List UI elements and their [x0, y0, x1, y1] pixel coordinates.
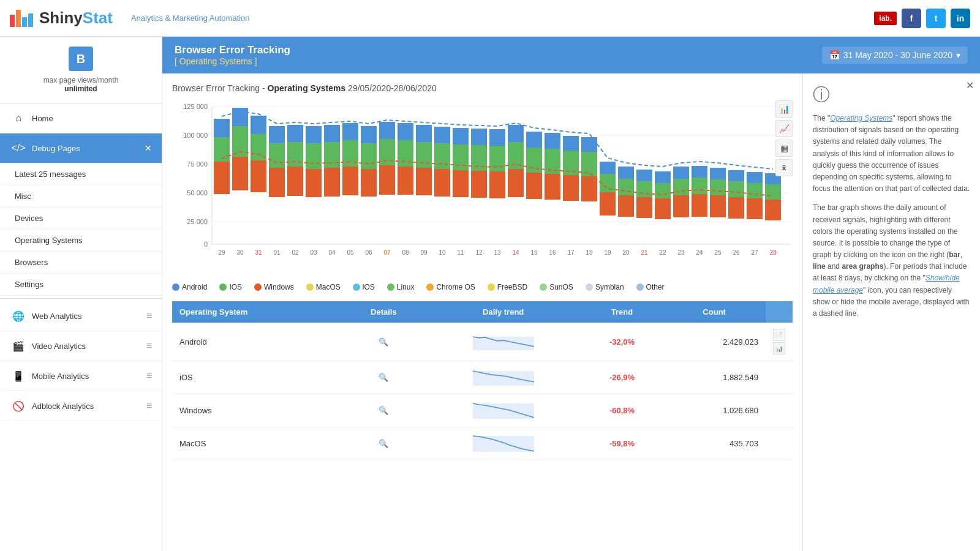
data-table: Operating System Details Daily trend Tre…	[172, 301, 793, 460]
svg-text:12: 12	[475, 249, 483, 256]
svg-text:06: 06	[365, 249, 372, 256]
toggle-avg-button[interactable]: x̄	[775, 159, 793, 176]
svg-text:05: 05	[347, 249, 354, 256]
svg-rect-16	[232, 157, 248, 190]
close-button[interactable]: ✕	[966, 80, 974, 91]
svg-text:22: 22	[659, 249, 666, 256]
legend-dot-freebsd	[488, 283, 495, 291]
adblock-analytics-menu-icon[interactable]: ≡	[146, 400, 152, 411]
svg-rect-81	[618, 167, 634, 179]
details-windows[interactable]: 🔍	[342, 394, 426, 427]
os-name-android: Android	[172, 323, 342, 361]
sidebar-item-browsers[interactable]: Browsers	[0, 252, 162, 274]
details-android[interactable]: 🔍	[342, 323, 426, 361]
legend-dot-symbian	[586, 283, 593, 291]
legend-windows: Windows	[254, 283, 294, 291]
close-icon[interactable]: ✕	[145, 143, 152, 153]
logo-bar-4	[28, 13, 33, 27]
twitter-button[interactable]: t	[926, 9, 946, 28]
info-bold-area: area graphs	[842, 262, 883, 271]
sidebar-item-latest[interactable]: Latest 25 messages	[0, 163, 162, 186]
facebook-button[interactable]: f	[902, 9, 921, 28]
sidebar-item-mobile-analytics[interactable]: 📱 Mobile Analytics ≡	[0, 361, 162, 391]
sidebar-item-home[interactable]: ⌂ Home	[0, 103, 162, 133]
legend-dot-sunos	[540, 283, 547, 291]
export-windows[interactable]	[766, 394, 793, 427]
svg-rect-66	[526, 132, 542, 148]
sidebar-item-debug[interactable]: </> Debug Pages ✕	[0, 133, 162, 163]
svg-rect-78	[600, 162, 616, 174]
sidebar-item-web-analytics[interactable]: 🌐 Web Analytics ≡	[0, 301, 162, 331]
legend-ios: IOS	[219, 283, 242, 291]
col-header-export	[766, 301, 793, 323]
sidebar-item-settings[interactable]: Settings	[0, 274, 162, 296]
svg-rect-99	[728, 170, 744, 181]
content-body: Browser Error Tracking - Operating Syste…	[162, 73, 980, 551]
info-icon: ⓘ	[813, 83, 970, 107]
svg-rect-57	[471, 129, 487, 145]
svg-rect-101	[747, 183, 763, 198]
svg-text:50 000: 50 000	[187, 189, 208, 197]
svg-rect-33	[324, 125, 340, 142]
legend-label-other: Other	[646, 283, 665, 291]
line-chart-button[interactable]: 📈	[775, 120, 793, 137]
svg-rect-64	[526, 173, 542, 199]
svg-rect-25	[287, 167, 303, 196]
logo-area: ShinyStat Analytics & Marketing Automati…	[10, 9, 250, 28]
details-ios[interactable]: 🔍	[342, 361, 426, 394]
mini-chart-macos	[426, 427, 581, 460]
export-android[interactable]: 📄 📊	[766, 323, 793, 361]
legend-dot-linux	[387, 283, 394, 291]
mobile-analytics-menu-icon[interactable]: ≡	[146, 370, 152, 381]
legend-dot-macos	[306, 283, 314, 291]
web-analytics-menu-icon[interactable]: ≡	[146, 310, 152, 321]
sidebar-item-operating-systems[interactable]: Operating Systems	[0, 230, 162, 252]
svg-rect-100	[747, 198, 763, 219]
legend-label-linux: Linux	[397, 283, 415, 291]
svg-rect-102	[747, 172, 763, 183]
sidebar-item-adblock-analytics[interactable]: 🚫 Adblock Analytics ≡	[0, 391, 162, 421]
svg-text:30: 30	[236, 249, 244, 256]
svg-rect-47	[416, 142, 432, 168]
sidebar-item-misc[interactable]: Misc	[0, 186, 162, 208]
export-xls-icon[interactable]: 📊	[773, 342, 785, 354]
bar-chart-button[interactable]: 📊	[775, 100, 793, 118]
sidebar-debug-label: Debug Pages	[32, 144, 80, 153]
sparkline-android	[473, 332, 534, 350]
svg-rect-90	[673, 167, 689, 179]
svg-text:23: 23	[677, 249, 685, 256]
user-info: max page views/month unlimited	[10, 76, 152, 93]
svg-rect-30	[306, 126, 322, 143]
sidebar-item-video-analytics[interactable]: 🎬 Video Analytics ≡	[0, 331, 162, 361]
export-ios[interactable]	[766, 361, 793, 394]
page-header: Browser Error Tracking [ Operating Syste…	[162, 37, 980, 73]
date-range-picker[interactable]: 📅 31 May 2020 - 30 June 2020 ▾	[822, 47, 968, 64]
area-chart-button[interactable]: ▦	[775, 140, 793, 157]
export-macos[interactable]	[766, 427, 793, 460]
legend-chromeos: Chrome OS	[426, 283, 475, 291]
legend-freebsd: FreeBSD	[488, 283, 527, 291]
svg-rect-103	[765, 200, 781, 220]
count-android: 2.429.023	[663, 323, 766, 361]
details-macos[interactable]: 🔍	[342, 427, 426, 460]
video-analytics-menu-icon[interactable]: ≡	[146, 340, 152, 351]
count-macos: 435.703	[663, 427, 766, 460]
linkedin-button[interactable]: in	[951, 9, 970, 28]
svg-text:13: 13	[494, 249, 501, 256]
home-icon: ⌂	[10, 110, 27, 127]
export-csv-icon[interactable]: 📄	[773, 329, 785, 341]
mini-chart-ios	[426, 361, 581, 394]
svg-rect-52	[453, 170, 469, 197]
legend-label-sunos: SunOS	[549, 283, 573, 291]
legend-label-ios2: iOS	[363, 283, 375, 291]
legend-dot-windows	[254, 283, 262, 291]
svg-text:24: 24	[696, 249, 703, 256]
chart-panel: Browser Error Tracking - Operating Syste…	[162, 73, 802, 551]
legend-label-macos: MacOS	[316, 283, 341, 291]
logo-text: ShinyStat	[39, 9, 113, 28]
chart-title-date: 29/05/2020-28/06/2020	[348, 83, 437, 93]
svg-text:18: 18	[586, 249, 593, 256]
svg-rect-97	[728, 197, 744, 219]
sidebar-item-devices[interactable]: Devices	[0, 208, 162, 230]
divider	[0, 298, 162, 299]
